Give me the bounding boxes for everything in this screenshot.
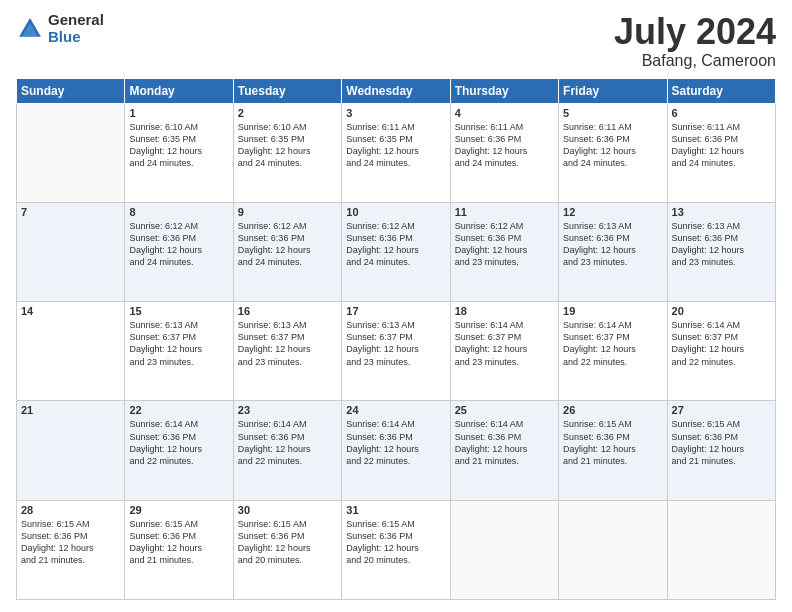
calendar-cell: 14: [17, 302, 125, 401]
day-info: Sunrise: 6:11 AM Sunset: 6:36 PM Dayligh…: [455, 121, 554, 170]
day-info: Sunrise: 6:15 AM Sunset: 6:36 PM Dayligh…: [672, 418, 771, 467]
day-info: Sunrise: 6:14 AM Sunset: 6:37 PM Dayligh…: [672, 319, 771, 368]
day-number: 28: [21, 504, 120, 516]
calendar-cell: 3Sunrise: 6:11 AM Sunset: 6:35 PM Daylig…: [342, 103, 450, 202]
day-number: 23: [238, 404, 337, 416]
day-info: Sunrise: 6:14 AM Sunset: 6:36 PM Dayligh…: [346, 418, 445, 467]
day-info: Sunrise: 6:15 AM Sunset: 6:36 PM Dayligh…: [563, 418, 662, 467]
day-number: 20: [672, 305, 771, 317]
day-number: 17: [346, 305, 445, 317]
logo-text: General Blue: [48, 12, 104, 45]
day-info: Sunrise: 6:11 AM Sunset: 6:35 PM Dayligh…: [346, 121, 445, 170]
logo: General Blue: [16, 12, 104, 45]
calendar-cell: [17, 103, 125, 202]
day-info: Sunrise: 6:14 AM Sunset: 6:37 PM Dayligh…: [563, 319, 662, 368]
day-info: Sunrise: 6:14 AM Sunset: 6:36 PM Dayligh…: [129, 418, 228, 467]
calendar-cell: 27Sunrise: 6:15 AM Sunset: 6:36 PM Dayli…: [667, 401, 775, 500]
day-number: 7: [21, 206, 120, 218]
calendar-header-thursday: Thursday: [450, 78, 558, 103]
day-info: Sunrise: 6:13 AM Sunset: 6:37 PM Dayligh…: [238, 319, 337, 368]
calendar-header-saturday: Saturday: [667, 78, 775, 103]
calendar-week-row: 1Sunrise: 6:10 AM Sunset: 6:35 PM Daylig…: [17, 103, 776, 202]
day-number: 26: [563, 404, 662, 416]
calendar-header-monday: Monday: [125, 78, 233, 103]
calendar-cell: 7: [17, 202, 125, 301]
day-info: Sunrise: 6:15 AM Sunset: 6:36 PM Dayligh…: [238, 518, 337, 567]
day-info: Sunrise: 6:12 AM Sunset: 6:36 PM Dayligh…: [238, 220, 337, 269]
logo-icon: [16, 15, 44, 43]
calendar-table: SundayMondayTuesdayWednesdayThursdayFrid…: [16, 78, 776, 600]
title-month: July 2024: [614, 12, 776, 52]
calendar-cell: 2Sunrise: 6:10 AM Sunset: 6:35 PM Daylig…: [233, 103, 341, 202]
day-number: 13: [672, 206, 771, 218]
calendar-cell: 25Sunrise: 6:14 AM Sunset: 6:36 PM Dayli…: [450, 401, 558, 500]
day-number: 5: [563, 107, 662, 119]
day-number: 30: [238, 504, 337, 516]
day-info: Sunrise: 6:11 AM Sunset: 6:36 PM Dayligh…: [672, 121, 771, 170]
day-number: 16: [238, 305, 337, 317]
calendar-cell: 1Sunrise: 6:10 AM Sunset: 6:35 PM Daylig…: [125, 103, 233, 202]
title-location: Bafang, Cameroon: [614, 52, 776, 70]
day-number: 12: [563, 206, 662, 218]
day-info: Sunrise: 6:14 AM Sunset: 6:36 PM Dayligh…: [238, 418, 337, 467]
day-number: 2: [238, 107, 337, 119]
calendar-cell: 24Sunrise: 6:14 AM Sunset: 6:36 PM Dayli…: [342, 401, 450, 500]
calendar-header-tuesday: Tuesday: [233, 78, 341, 103]
calendar-cell: 28Sunrise: 6:15 AM Sunset: 6:36 PM Dayli…: [17, 500, 125, 599]
day-info: Sunrise: 6:15 AM Sunset: 6:36 PM Dayligh…: [21, 518, 120, 567]
calendar-cell: 8Sunrise: 6:12 AM Sunset: 6:36 PM Daylig…: [125, 202, 233, 301]
calendar-cell: 20Sunrise: 6:14 AM Sunset: 6:37 PM Dayli…: [667, 302, 775, 401]
day-number: 11: [455, 206, 554, 218]
day-info: Sunrise: 6:13 AM Sunset: 6:36 PM Dayligh…: [563, 220, 662, 269]
logo-general: General: [48, 12, 104, 29]
calendar-cell: [450, 500, 558, 599]
day-number: 8: [129, 206, 228, 218]
calendar-cell: 15Sunrise: 6:13 AM Sunset: 6:37 PM Dayli…: [125, 302, 233, 401]
calendar-cell: 13Sunrise: 6:13 AM Sunset: 6:36 PM Dayli…: [667, 202, 775, 301]
day-number: 10: [346, 206, 445, 218]
day-number: 25: [455, 404, 554, 416]
day-number: 18: [455, 305, 554, 317]
day-number: 29: [129, 504, 228, 516]
calendar-cell: 17Sunrise: 6:13 AM Sunset: 6:37 PM Dayli…: [342, 302, 450, 401]
calendar-cell: [559, 500, 667, 599]
calendar-cell: 11Sunrise: 6:12 AM Sunset: 6:36 PM Dayli…: [450, 202, 558, 301]
day-number: 31: [346, 504, 445, 516]
calendar-cell: 22Sunrise: 6:14 AM Sunset: 6:36 PM Dayli…: [125, 401, 233, 500]
day-info: Sunrise: 6:10 AM Sunset: 6:35 PM Dayligh…: [129, 121, 228, 170]
day-number: 3: [346, 107, 445, 119]
calendar-cell: 5Sunrise: 6:11 AM Sunset: 6:36 PM Daylig…: [559, 103, 667, 202]
day-info: Sunrise: 6:10 AM Sunset: 6:35 PM Dayligh…: [238, 121, 337, 170]
day-info: Sunrise: 6:13 AM Sunset: 6:36 PM Dayligh…: [672, 220, 771, 269]
day-number: 22: [129, 404, 228, 416]
calendar-cell: 10Sunrise: 6:12 AM Sunset: 6:36 PM Dayli…: [342, 202, 450, 301]
day-number: 6: [672, 107, 771, 119]
day-info: Sunrise: 6:14 AM Sunset: 6:36 PM Dayligh…: [455, 418, 554, 467]
calendar-cell: 4Sunrise: 6:11 AM Sunset: 6:36 PM Daylig…: [450, 103, 558, 202]
calendar-cell: 21: [17, 401, 125, 500]
calendar-header-row: SundayMondayTuesdayWednesdayThursdayFrid…: [17, 78, 776, 103]
day-info: Sunrise: 6:12 AM Sunset: 6:36 PM Dayligh…: [455, 220, 554, 269]
calendar-week-row: 2122Sunrise: 6:14 AM Sunset: 6:36 PM Day…: [17, 401, 776, 500]
calendar-week-row: 28Sunrise: 6:15 AM Sunset: 6:36 PM Dayli…: [17, 500, 776, 599]
calendar-header-friday: Friday: [559, 78, 667, 103]
day-number: 1: [129, 107, 228, 119]
day-info: Sunrise: 6:11 AM Sunset: 6:36 PM Dayligh…: [563, 121, 662, 170]
day-info: Sunrise: 6:13 AM Sunset: 6:37 PM Dayligh…: [346, 319, 445, 368]
calendar-cell: 12Sunrise: 6:13 AM Sunset: 6:36 PM Dayli…: [559, 202, 667, 301]
calendar-cell: 23Sunrise: 6:14 AM Sunset: 6:36 PM Dayli…: [233, 401, 341, 500]
calendar-cell: 31Sunrise: 6:15 AM Sunset: 6:36 PM Dayli…: [342, 500, 450, 599]
day-number: 9: [238, 206, 337, 218]
day-number: 19: [563, 305, 662, 317]
day-info: Sunrise: 6:12 AM Sunset: 6:36 PM Dayligh…: [346, 220, 445, 269]
day-info: Sunrise: 6:13 AM Sunset: 6:37 PM Dayligh…: [129, 319, 228, 368]
calendar-header-sunday: Sunday: [17, 78, 125, 103]
calendar-cell: [667, 500, 775, 599]
day-info: Sunrise: 6:14 AM Sunset: 6:37 PM Dayligh…: [455, 319, 554, 368]
logo-blue: Blue: [48, 29, 104, 46]
calendar-cell: 18Sunrise: 6:14 AM Sunset: 6:37 PM Dayli…: [450, 302, 558, 401]
calendar-header-wednesday: Wednesday: [342, 78, 450, 103]
calendar-cell: 16Sunrise: 6:13 AM Sunset: 6:37 PM Dayli…: [233, 302, 341, 401]
day-info: Sunrise: 6:12 AM Sunset: 6:36 PM Dayligh…: [129, 220, 228, 269]
calendar-week-row: 78Sunrise: 6:12 AM Sunset: 6:36 PM Dayli…: [17, 202, 776, 301]
